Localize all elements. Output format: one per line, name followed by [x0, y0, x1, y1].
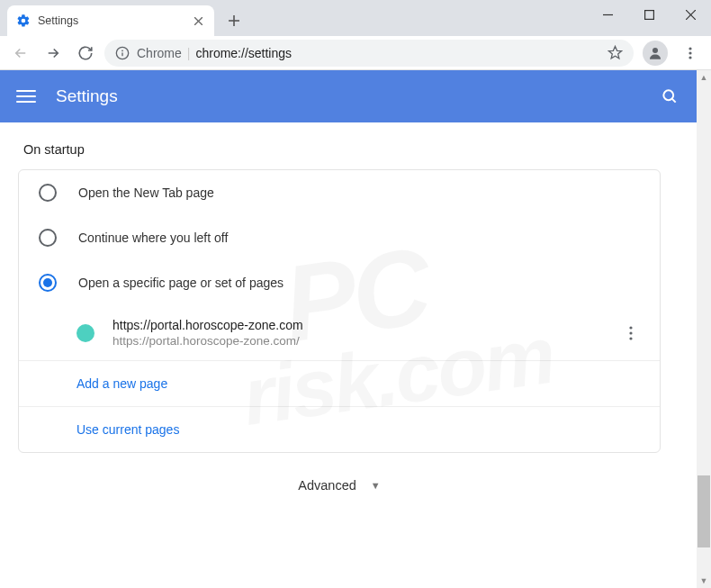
- svg-rect-10: [122, 52, 122, 56]
- window-maximize-button[interactable]: [628, 0, 670, 29]
- svg-point-13: [688, 47, 691, 50]
- search-icon[interactable]: [659, 86, 680, 107]
- browser-toolbar: Chrome | chrome://settings: [0, 36, 711, 70]
- scroll-up-arrow[interactable]: ▲: [697, 70, 711, 85]
- svg-point-15: [688, 56, 691, 59]
- bookmark-star-icon[interactable]: [608, 45, 623, 60]
- option-label: Open a specific page or set of pages: [78, 276, 284, 290]
- svg-point-19: [629, 331, 632, 334]
- profile-button[interactable]: [643, 41, 668, 66]
- radio-button[interactable]: [39, 184, 57, 202]
- svg-marker-11: [608, 46, 621, 58]
- menu-icon[interactable]: [16, 86, 36, 106]
- settings-header: Settings: [0, 70, 697, 122]
- chevron-down-icon: ▼: [371, 480, 381, 491]
- tab-close-button[interactable]: [191, 14, 205, 28]
- startup-card: Open the New Tab page Continue where you…: [18, 169, 661, 453]
- address-bar[interactable]: Chrome | chrome://settings: [104, 40, 634, 67]
- svg-point-12: [652, 48, 658, 53]
- page-favicon: [76, 324, 94, 342]
- reload-button[interactable]: [72, 40, 99, 67]
- option-label: Open the New Tab page: [78, 185, 214, 200]
- omnibox-url: chrome://settings: [195, 46, 292, 60]
- advanced-toggle[interactable]: Advanced ▼: [18, 453, 661, 518]
- scrollbar-thumb[interactable]: [698, 475, 710, 547]
- browser-menu-button[interactable]: [677, 40, 704, 67]
- page-entry-title: https://portal.horoscope-zone.com: [112, 318, 604, 332]
- radio-button[interactable]: [39, 274, 57, 292]
- window-close-button[interactable]: [670, 0, 711, 29]
- section-title: On startup: [18, 142, 661, 157]
- svg-point-9: [122, 50, 123, 51]
- site-info-icon[interactable]: [115, 46, 130, 60]
- scroll-down-arrow[interactable]: ▼: [697, 574, 711, 588]
- use-current-pages-link[interactable]: Use current pages: [76, 422, 179, 437]
- new-tab-button[interactable]: [221, 8, 247, 33]
- row-menu-button[interactable]: [622, 326, 640, 340]
- tab-title: Settings: [38, 14, 184, 27]
- add-page-link[interactable]: Add a new page: [76, 376, 167, 391]
- svg-line-17: [672, 99, 676, 103]
- omnibox-text: Chrome | chrome://settings: [137, 46, 292, 60]
- svg-point-16: [663, 90, 673, 100]
- back-button[interactable]: [7, 40, 34, 67]
- option-continue[interactable]: Continue where you left off: [19, 215, 660, 260]
- omnibox-origin: Chrome: [137, 46, 182, 60]
- window-minimize-button[interactable]: [587, 0, 628, 29]
- page-entry-url: https://portal.horoscope-zone.com/: [112, 334, 604, 348]
- radio-button[interactable]: [39, 229, 57, 247]
- forward-button[interactable]: [40, 40, 67, 67]
- browser-tab[interactable]: Settings: [7, 5, 214, 36]
- svg-point-14: [688, 51, 691, 54]
- startup-page-row: https://portal.horoscope-zone.com https:…: [76, 305, 660, 360]
- option-label: Continue where you left off: [78, 231, 228, 245]
- svg-point-18: [629, 326, 632, 329]
- advanced-label: Advanced: [298, 478, 356, 493]
- svg-point-20: [629, 337, 632, 339]
- svg-rect-1: [644, 10, 653, 19]
- option-new-tab[interactable]: Open the New Tab page: [19, 170, 660, 215]
- option-specific-pages[interactable]: Open a specific page or set of pages: [19, 260, 660, 305]
- vertical-scrollbar[interactable]: ▲ ▼: [697, 70, 711, 588]
- page-title: Settings: [56, 86, 639, 106]
- gear-icon: [16, 14, 31, 28]
